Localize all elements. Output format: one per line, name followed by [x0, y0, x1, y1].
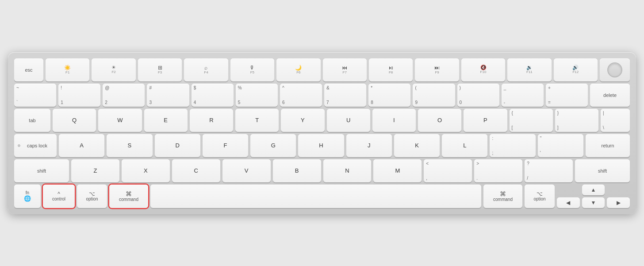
f-key[interactable]: F	[203, 134, 248, 157]
zxcv-row: shift Z X C V B N M < , > . ? / shift	[14, 159, 630, 182]
left-option-key[interactable]: ⌥ option	[77, 185, 107, 208]
9-key[interactable]: ( 9	[413, 84, 455, 107]
3-key[interactable]: # 3	[147, 84, 189, 107]
f4-key[interactable]: ⌕ F4	[184, 58, 228, 81]
quote-key[interactable]: " '	[538, 134, 583, 157]
y-key[interactable]: Y	[281, 109, 324, 132]
c-key[interactable]: C	[172, 159, 220, 182]
caps-lock-indicator	[18, 144, 20, 147]
f7-key[interactable]: ⏮ F7	[323, 58, 367, 81]
arrow-down-key[interactable]: ▼	[582, 197, 605, 208]
f6-key[interactable]: 🌙 F6	[276, 58, 320, 81]
qwerty-row: tab Q W E R T Y U I O P { [ } ] | \	[14, 109, 630, 132]
keyboard: esc ☀️ F1 ☀ F2 ⊞ F3 ⌕ F4 🎙 F5 🌙 F6 ⏮ F7	[8, 52, 636, 214]
f10-key[interactable]: 🔇 F10	[461, 58, 505, 81]
j-key[interactable]: J	[346, 134, 392, 157]
1-key[interactable]: ! 1	[58, 84, 100, 107]
control-key[interactable]: ^ control	[43, 185, 75, 208]
q-key[interactable]: Q	[53, 109, 96, 132]
backslash-key[interactable]: | \	[601, 109, 630, 132]
7-key[interactable]: & 7	[324, 84, 366, 107]
f5-key[interactable]: 🎙 F5	[230, 58, 274, 81]
minus-key[interactable]: _ -	[502, 84, 544, 107]
f2-key[interactable]: ☀ F2	[92, 58, 135, 81]
tab-key[interactable]: tab	[14, 109, 50, 132]
left-shift-key[interactable]: shift	[14, 159, 69, 182]
caps-lock-key[interactable]: caps lock	[14, 134, 57, 157]
power-circle	[607, 62, 622, 77]
number-key-row: ~ ` ! 1 @ 2 # 3 $ 4 % 5 ^ 6 & 7	[14, 84, 630, 107]
f12-key[interactable]: 🔊 F12	[554, 58, 598, 81]
right-option-key[interactable]: ⌥ option	[525, 185, 555, 208]
comma-key[interactable]: < ,	[424, 159, 472, 182]
right-command-key[interactable]: ⌘ command	[483, 185, 522, 208]
8-key[interactable]: * 8	[368, 84, 410, 107]
period-key[interactable]: > .	[474, 159, 522, 182]
e-key[interactable]: E	[144, 109, 188, 132]
tilde-key[interactable]: ~ `	[14, 84, 56, 107]
6-key[interactable]: ^ 6	[280, 84, 322, 107]
f8-key[interactable]: ⏯ F8	[369, 58, 413, 81]
u-key[interactable]: U	[327, 109, 370, 132]
f11-key[interactable]: 🔉 F11	[507, 58, 551, 81]
f3-key[interactable]: ⊞ F3	[138, 58, 182, 81]
x-key[interactable]: X	[122, 159, 170, 182]
slash-key[interactable]: ? /	[525, 159, 573, 182]
semicolon-key[interactable]: : ;	[490, 134, 535, 157]
2-key[interactable]: @ 2	[103, 84, 145, 107]
r-key[interactable]: R	[190, 109, 233, 132]
left-command-key[interactable]: ⌘ command	[109, 185, 148, 208]
power-key[interactable]	[600, 58, 630, 81]
g-key[interactable]: G	[250, 134, 296, 157]
i-key[interactable]: I	[372, 109, 416, 132]
l-key[interactable]: L	[442, 134, 487, 157]
arrow-right-key[interactable]: ▶	[607, 197, 630, 208]
equal-key[interactable]: + =	[546, 84, 588, 107]
k-key[interactable]: K	[394, 134, 440, 157]
f1-key[interactable]: ☀️ F1	[46, 58, 89, 81]
space-key[interactable]	[150, 185, 481, 208]
d-key[interactable]: D	[155, 134, 200, 157]
esc-key[interactable]: esc	[14, 58, 43, 81]
bottom-row: fn 🌐 ^ control ⌥ option ⌘ command	[14, 185, 630, 208]
arrow-keys-cluster: ▲ ◀ ▼ ▶	[557, 185, 630, 208]
return-key[interactable]: return	[586, 134, 630, 157]
right-shift-key[interactable]: shift	[575, 159, 630, 182]
4-key[interactable]: $ 4	[192, 84, 234, 107]
m-key[interactable]: M	[373, 159, 422, 182]
arrow-left-key[interactable]: ◀	[557, 197, 580, 208]
0-key[interactable]: ) 0	[457, 84, 499, 107]
v-key[interactable]: V	[222, 159, 271, 182]
n-key[interactable]: N	[323, 159, 372, 182]
function-key-row: esc ☀️ F1 ☀ F2 ⊞ F3 ⌕ F4 🎙 F5 🌙 F6 ⏮ F7	[14, 58, 630, 81]
bracket-close-key[interactable]: } ]	[555, 109, 598, 132]
h-key[interactable]: H	[298, 134, 344, 157]
bracket-open-key[interactable]: { [	[510, 109, 553, 132]
o-key[interactable]: O	[418, 109, 461, 132]
5-key[interactable]: % 5	[236, 84, 278, 107]
b-key[interactable]: B	[273, 159, 321, 182]
delete-key[interactable]: delete	[590, 84, 630, 107]
fn-globe-key[interactable]: fn 🌐	[14, 185, 41, 208]
p-key[interactable]: P	[464, 109, 507, 132]
f9-key[interactable]: ⏭ F9	[415, 58, 459, 81]
t-key[interactable]: T	[235, 109, 279, 132]
arrow-up-key[interactable]: ▲	[582, 185, 605, 195]
z-key[interactable]: Z	[71, 159, 119, 182]
w-key[interactable]: W	[98, 109, 142, 132]
asdf-row: caps lock A S D F G H J K L : ; " ' retu…	[14, 134, 630, 157]
s-key[interactable]: S	[107, 134, 152, 157]
a-key[interactable]: A	[59, 134, 104, 157]
